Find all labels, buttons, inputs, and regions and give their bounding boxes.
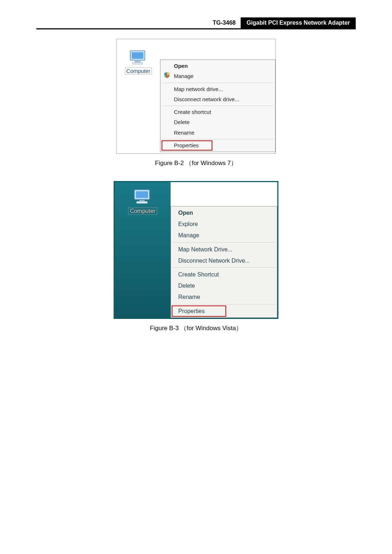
shield-icon [164,72,170,78]
menu-create-shortcut[interactable]: Create shortcut [162,107,274,117]
svg-rect-1 [132,52,143,59]
context-menu: Open Explore Manage Map Network Drive...… [171,206,277,318]
menu-map-network-drive[interactable]: Map Network Drive... [172,244,276,255]
figure-b3-caption: Figure B-3 （for Windows Vista） [150,324,242,332]
menu-disconnect-network-drive[interactable]: Disconnect network drive... [162,94,274,104]
menu-open[interactable]: Open [162,61,274,71]
menu-separator [173,242,275,243]
menu-separator [162,106,273,106]
header-spacer [36,17,213,28]
svg-rect-5 [136,191,148,198]
menu-map-network-drive[interactable]: Map network drive... [162,84,274,94]
menu-open[interactable]: Open [172,207,276,218]
menu-separator [162,83,273,83]
computer-icon[interactable] [132,189,153,205]
context-menu: Open Manage Map netwo [160,59,275,152]
computer-label[interactable]: Computer [125,67,152,74]
desktop-area: Computer [117,39,160,153]
menu-disconnect-network-drive[interactable]: Disconnect Network Drive... [172,255,276,266]
svg-rect-6 [139,200,145,201]
menu-separator [173,304,275,304]
menu-delete[interactable]: Delete [162,117,274,127]
svg-rect-3 [132,62,143,64]
menu-separator [162,139,273,139]
menu-manage-label: Manage [174,73,193,79]
desktop-area: Computer [115,182,171,318]
computer-label[interactable]: Computer [128,208,157,215]
menu-rename[interactable]: Rename [172,291,276,303]
header-title: Gigabit PCI Express Network Adapter [241,17,356,28]
menu-manage[interactable]: Manage [172,230,276,241]
svg-rect-2 [135,61,140,62]
figure-b2-caption: Figure B-2 （for Windows 7） [155,159,237,167]
computer-icon[interactable] [128,49,148,66]
menu-manage[interactable]: Manage [162,71,274,81]
menu-separator [173,267,275,268]
menu-delete[interactable]: Delete [172,280,276,291]
header-model: TG-3468 [213,17,241,28]
menu-create-shortcut[interactable]: Create Shortcut [172,269,276,280]
menu-properties[interactable]: Properties [172,305,226,317]
menu-properties[interactable]: Properties [162,140,212,151]
menu-explore[interactable]: Explore [172,218,276,230]
menu-rename[interactable]: Rename [162,128,274,138]
svg-rect-7 [136,201,147,204]
figure-b3-screenshot: Computer Open Explore Manage Map Network… [114,181,278,319]
page-header: TG-3468 Gigabit PCI Express Network Adap… [36,17,356,29]
figure-b2-screenshot: Computer Open Manage [116,39,276,154]
